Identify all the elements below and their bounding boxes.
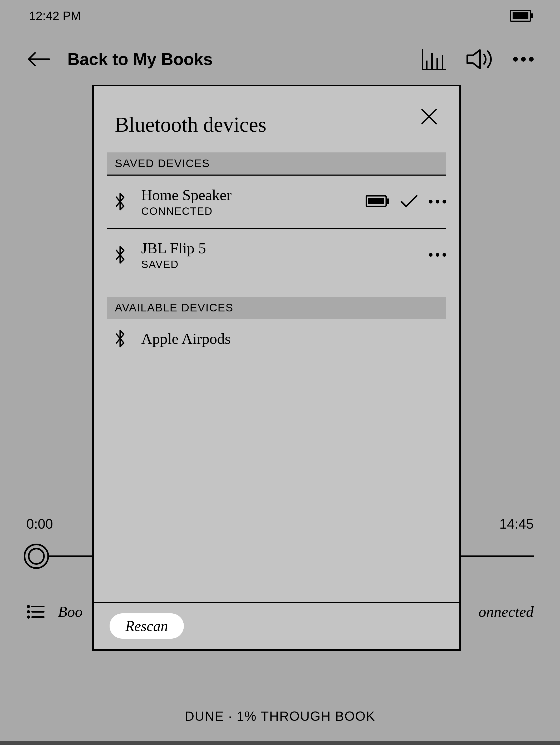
header: Back to My Books: [0, 39, 560, 79]
stats-icon[interactable]: [421, 47, 447, 71]
device-more-icon[interactable]: [429, 200, 446, 203]
saved-device-row[interactable]: Home Speaker CONNECTED: [94, 175, 459, 228]
bottom-border: [0, 741, 560, 745]
svg-point-13: [28, 616, 29, 618]
back-title[interactable]: Back to My Books: [67, 50, 213, 69]
available-devices-header: AVAILABLE DEVICES: [107, 297, 446, 319]
status-time: 12:42 PM: [29, 9, 81, 23]
svg-marker-8: [467, 50, 480, 68]
device-name: Apple Airpods: [141, 330, 231, 348]
svg-rect-2: [531, 13, 533, 18]
bluetooth-dialog: Bluetooth devices SAVED DEVICES Home Spe…: [92, 85, 461, 651]
more-icon[interactable]: [513, 57, 534, 62]
saved-device-row[interactable]: JBL Flip 5 SAVED: [94, 229, 459, 281]
saved-devices-header: SAVED DEVICES: [107, 153, 446, 174]
book-progress-label: DUNE · 1% THROUGH BOOK: [0, 709, 560, 724]
battery-icon: [510, 10, 534, 22]
chapters-icon[interactable]: [26, 604, 45, 620]
device-name: Home Speaker: [141, 186, 231, 204]
elapsed-time: 0:00: [26, 516, 53, 532]
close-icon[interactable]: [420, 107, 438, 127]
svg-rect-18: [368, 198, 384, 204]
bottom-left-text: Boo: [58, 603, 83, 620]
speaker-icon[interactable]: [466, 47, 495, 71]
rescan-button[interactable]: Rescan: [110, 613, 184, 639]
device-more-icon[interactable]: [429, 253, 446, 257]
status-bar: 12:42 PM: [0, 0, 560, 32]
svg-rect-19: [387, 198, 389, 204]
svg-point-9: [28, 606, 29, 607]
dialog-title: Bluetooth devices: [115, 113, 266, 137]
back-arrow-icon[interactable]: [26, 51, 52, 67]
checkmark-icon: [400, 194, 418, 209]
bottom-right-text: onnected: [478, 603, 534, 620]
device-status: SAVED: [141, 259, 206, 270]
svg-point-11: [28, 611, 29, 613]
bluetooth-icon: [112, 246, 128, 264]
available-device-row[interactable]: Apple Airpods: [94, 319, 459, 358]
device-status: CONNECTED: [141, 205, 231, 217]
device-name: JBL Flip 5: [141, 239, 206, 257]
svg-rect-1: [512, 12, 528, 19]
progress-thumb[interactable]: [24, 544, 49, 569]
bluetooth-icon: [112, 329, 128, 348]
remaining-time: 14:45: [499, 516, 534, 532]
bluetooth-icon: [112, 192, 128, 211]
device-battery-icon: [366, 195, 389, 208]
